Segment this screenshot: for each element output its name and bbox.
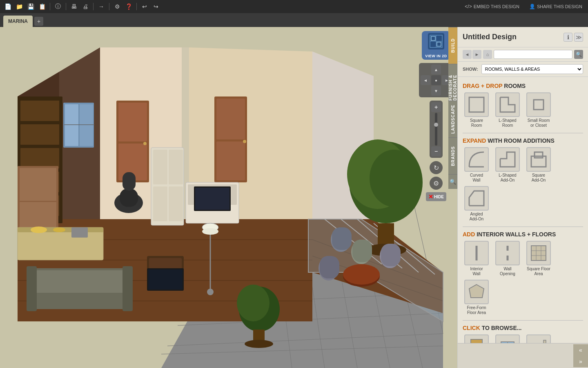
divider-2 — [463, 227, 583, 227]
tab-bar: MARINA + — [0, 13, 588, 27]
svg-rect-55 — [153, 150, 167, 184]
nav-center-button[interactable]: ● — [431, 75, 441, 85]
svg-rect-26 — [20, 124, 59, 145]
square-floor-label: Square FloorArea — [527, 267, 550, 276]
toolbar: 📄 📁 💾 📋 ⓘ 🖶 🖨 → ⚙ ❓ ↩ ↪ </> EMBED THIS D… — [0, 0, 588, 13]
item-doors[interactable]: + Doors — [463, 334, 490, 343]
item-square-room[interactable]: SquareRoom — [463, 92, 490, 128]
save-icon[interactable]: 💾 — [26, 2, 35, 11]
new-file-icon[interactable]: 📄 — [3, 2, 12, 11]
zoom-controls: + − — [430, 101, 443, 158]
save-as-icon[interactable]: 📋 — [38, 2, 47, 11]
zoom-thumb[interactable] — [434, 123, 438, 127]
settings-icon[interactable]: ⚙ — [113, 2, 122, 11]
item-lshaped-addon[interactable]: L-ShapedAdd-On — [494, 147, 521, 183]
panel-collapse-button[interactable]: ≫ — [574, 33, 583, 42]
curved-wall-icon-box — [464, 147, 489, 172]
view-settings-button[interactable]: ⚙ — [430, 177, 443, 190]
redo-icon[interactable]: ↪ — [151, 2, 160, 11]
item-wall-opening[interactable]: WallOpening — [494, 241, 521, 276]
right-panel: Untitled Design ℹ ≫ ◄ ► ⌂ 🔍 SHOW: ROOMS,… — [457, 27, 588, 368]
show-bar: SHOW: ROOMS, WALLS & AREAS FURNITURE ALL — [458, 62, 588, 77]
svg-rect-72 — [29, 270, 129, 293]
svg-point-89 — [237, 285, 270, 321]
side-tab-build[interactable]: BUILD — [448, 27, 457, 64]
angled-addon-label: AngledAdd-On — [470, 212, 483, 222]
windows-icon-box: + — [495, 334, 520, 343]
embed-button[interactable]: </> EMBED THIS DESIGN — [462, 3, 522, 10]
item-stairs[interactable]: + Stairs — [525, 334, 552, 343]
room-additions-grid: CurvedWall L-ShapedAdd-On — [463, 147, 583, 222]
wall-opening-icon-box — [495, 241, 520, 265]
panel-header-icons: ℹ ≫ — [564, 33, 583, 42]
small-room-icon-box — [526, 92, 551, 117]
hide-button[interactable]: ✕ HIDE — [426, 192, 446, 201]
svg-rect-78 — [148, 269, 183, 289]
nav-down-button[interactable]: ▼ — [431, 86, 441, 96]
export-icon[interactable]: → — [97, 2, 106, 11]
svg-point-66 — [53, 227, 65, 232]
wall-opening-label: WallOpening — [500, 267, 515, 276]
svg-rect-57 — [153, 186, 167, 221]
zoom-out-button[interactable]: − — [431, 146, 441, 156]
open-file-icon[interactable]: 📁 — [15, 2, 24, 11]
panel-collapse-down-button[interactable]: » — [573, 356, 588, 367]
panel-home-button[interactable]: ⌂ — [483, 50, 492, 59]
panel-search-input[interactable] — [494, 50, 572, 59]
side-tab-search[interactable]: 🔍 — [448, 174, 457, 189]
panel-header: Untitled Design ℹ ≫ — [458, 27, 588, 47]
square-floor-icon-box — [526, 241, 551, 265]
show-label: SHOW: — [463, 67, 478, 72]
show-dropdown[interactable]: ROOMS, WALLS & AREAS FURNITURE ALL — [481, 64, 583, 74]
zoom-track[interactable] — [435, 113, 437, 146]
svg-rect-109 — [534, 100, 543, 110]
divider-3 — [463, 320, 583, 321]
undo-icon[interactable]: ↩ — [140, 2, 149, 11]
nav-left-button[interactable]: ◄ — [421, 75, 430, 85]
svg-rect-31 — [65, 104, 78, 146]
zoom-in-button[interactable]: + — [431, 102, 441, 112]
lshaped-room-label: L-ShapedRoom — [499, 118, 516, 128]
svg-rect-46 — [216, 141, 245, 180]
svg-rect-73 — [27, 266, 37, 311]
svg-rect-69 — [120, 188, 138, 207]
share-button[interactable]: 👤 SHARE THIS DESIGN — [527, 3, 585, 10]
add-tab-button[interactable]: + — [34, 17, 43, 26]
panel-collapse-up-button[interactable]: « — [573, 344, 588, 356]
item-curved-wall[interactable]: CurvedWall — [463, 147, 490, 183]
stairs-icon-box: + — [526, 334, 551, 343]
nav-up-button[interactable]: ▲ — [431, 65, 441, 74]
item-square-floor[interactable]: Square FloorArea — [525, 241, 552, 276]
panel-info-button[interactable]: ℹ — [564, 33, 572, 42]
freeform-floor-icon-box — [464, 280, 489, 304]
svg-rect-27 — [20, 148, 59, 168]
svg-rect-35 — [20, 168, 56, 201]
divider3 — [93, 3, 94, 10]
print2-icon[interactable]: 🖨 — [81, 2, 90, 11]
panel-forward-button[interactable]: ► — [472, 50, 481, 59]
divider-1 — [463, 133, 583, 133]
svg-rect-122 — [471, 339, 482, 343]
panel-back-button[interactable]: ◄ — [463, 50, 472, 59]
item-interior-wall[interactable]: InteriorWall — [463, 241, 490, 276]
canvas-area[interactable]: VIEW IN 2D ▲ ◄ ● ► ▼ + − ↻ ⚙ — [0, 27, 457, 368]
interior-walls-grid: InteriorWall WallOpening — [463, 241, 583, 315]
side-tab-landscape[interactable]: LANDSCAPE — [448, 101, 457, 137]
help-icon[interactable]: ❓ — [124, 2, 133, 11]
svg-point-65 — [31, 227, 47, 233]
panel-search-go-button[interactable]: 🔍 — [574, 50, 583, 59]
item-angled-addon[interactable]: AngledAdd-On — [463, 186, 490, 222]
side-tab-furnish[interactable]: FURNISH & DECORATE — [448, 64, 457, 101]
rotate-button[interactable]: ↻ — [430, 161, 443, 174]
side-tab-brands[interactable]: BRANDS — [448, 137, 457, 174]
view-2d-button[interactable]: VIEW IN 2D — [422, 31, 450, 60]
item-lshaped-room[interactable]: L-ShapedRoom — [494, 92, 521, 128]
item-freeform-floor[interactable]: Free-FormFloor Area — [463, 280, 490, 315]
item-square-addon[interactable]: SquareAdd-On — [525, 147, 552, 183]
item-small-room[interactable]: Small Roomor Closet — [525, 92, 552, 128]
print-icon[interactable]: 🖶 — [69, 2, 78, 11]
item-windows[interactable]: + Windows — [494, 334, 521, 343]
tab-marina[interactable]: MARINA — [3, 16, 33, 27]
design-title: Untitled Design — [463, 33, 517, 41]
info-icon[interactable]: ⓘ — [53, 2, 62, 11]
